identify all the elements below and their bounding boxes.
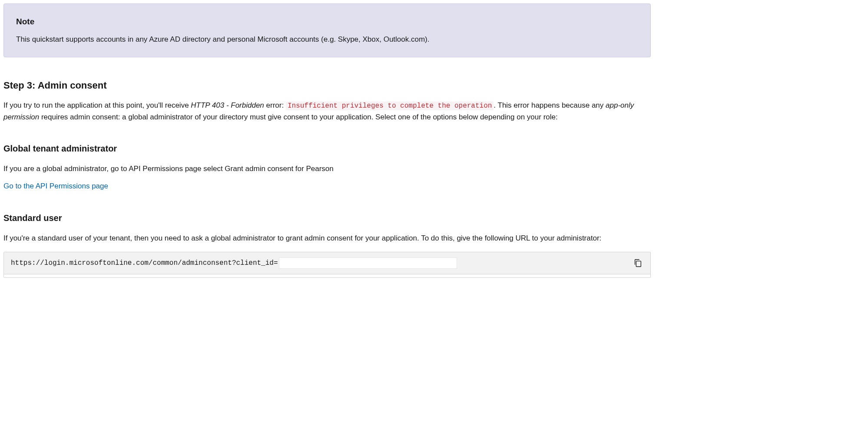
code-content: https://login.microsoftonline.com/common… xyxy=(11,257,643,269)
note-body: This quickstart supports accounts in any… xyxy=(16,34,638,45)
global-admin-heading: Global tenant administrator xyxy=(3,142,651,155)
step3-paragraph: If you try to run the application at thi… xyxy=(3,100,651,123)
code-block-footer xyxy=(4,274,650,277)
note-title: Note xyxy=(16,15,638,28)
http-error-text: HTTP 403 - Forbidden xyxy=(191,101,264,109)
standard-user-heading: Standard user xyxy=(3,211,651,225)
code-url-text: https://login.microsoftonline.com/common… xyxy=(11,258,278,269)
text-fragment: If you try to run the application at thi… xyxy=(3,101,191,109)
client-id-input[interactable] xyxy=(279,257,457,269)
global-admin-body: If you are a global administrator, go to… xyxy=(3,163,651,175)
inline-code-error: Insufficient privileges to complete the … xyxy=(286,102,494,110)
step3-heading: Step 3: Admin consent xyxy=(3,78,651,93)
copy-icon xyxy=(633,258,643,268)
copy-button[interactable] xyxy=(631,257,644,270)
note-callout: Note This quickstart supports accounts i… xyxy=(3,3,651,57)
text-fragment: . This error happens because any xyxy=(494,101,606,109)
api-permissions-link[interactable]: Go to the API Permissions page xyxy=(3,182,108,190)
standard-user-body: If you're a standard user of your tenant… xyxy=(3,233,651,244)
text-fragment: error: xyxy=(264,101,286,109)
text-fragment: requires admin consent: a global adminis… xyxy=(39,113,558,121)
code-block: https://login.microsoftonline.com/common… xyxy=(3,252,651,278)
svg-rect-0 xyxy=(636,261,641,267)
